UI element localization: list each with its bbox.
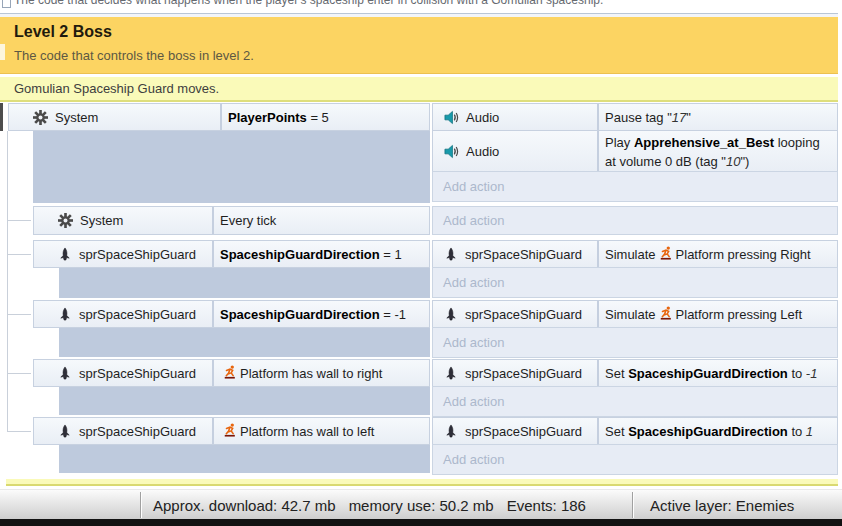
- tree-connector: [7, 220, 31, 221]
- object-name: sprSpaceShipGuard: [465, 424, 582, 439]
- condition-text: SpaceshipGuardDirection = -1: [214, 301, 429, 327]
- spaceship-sprite-icon: [444, 366, 458, 381]
- event4-add-action-link[interactable]: Add action: [432, 327, 838, 358]
- event1-add-action-link[interactable]: Add action: [432, 171, 838, 202]
- event3-condition-direction1[interactable]: sprSpaceShipGuard SpaceshipGuardDirectio…: [33, 240, 430, 268]
- platform-behavior-icon: [223, 423, 237, 440]
- object-name: sprSpaceShipGuard: [465, 247, 582, 262]
- condition-text: SpaceshipGuardDirection = 1: [214, 241, 429, 267]
- comment-row-guard-moves[interactable]: Gomulian Spaceship Guard moves.: [0, 77, 838, 102]
- status-bar: Approx. download: 42.7 mb memory use: 50…: [0, 489, 842, 519]
- bottom-edge: [0, 519, 842, 526]
- event5-add-action-link[interactable]: Add action: [432, 386, 838, 417]
- event-count: Events: 186: [507, 497, 586, 514]
- platform-behavior-icon: [659, 306, 673, 323]
- system-gear-icon: [33, 110, 48, 125]
- statusbar-separator: [632, 492, 633, 518]
- event4-action-simulate-left[interactable]: sprSpaceShipGuard Simulate Platform pres…: [432, 300, 838, 328]
- system-gear-icon: [58, 213, 73, 228]
- action-text: Play Apprehensive_at_Best looping at vol…: [599, 131, 837, 171]
- spaceship-sprite-icon: [444, 307, 458, 322]
- event-sheet-view: The code that decides what happens when …: [0, 0, 842, 526]
- comment-row-partial-bottom[interactable]: [6, 479, 838, 486]
- object-name: sprSpaceShipGuard: [79, 247, 196, 262]
- spaceship-sprite-icon: [58, 307, 72, 322]
- object-name: sprSpaceShipGuard: [79, 366, 196, 381]
- condition-text: Every tick: [214, 207, 429, 234]
- event4-condition-direction-neg1[interactable]: sprSpaceShipGuard SpaceshipGuardDirectio…: [33, 300, 430, 328]
- memory-use: memory use: 50.2 mb: [349, 497, 494, 514]
- audio-speaker-icon: [444, 110, 459, 125]
- platform-behavior-icon: [223, 365, 237, 382]
- audio-speaker-icon: [444, 144, 459, 159]
- tree-connector: [7, 314, 31, 315]
- object-name: Audio: [466, 144, 499, 159]
- object-name: sprSpaceShipGuard: [79, 307, 196, 322]
- comment-text: Gomulian Spaceship Guard moves.: [14, 81, 219, 96]
- statusbar-stats: Approx. download: 42.7 mb memory use: 50…: [153, 490, 586, 520]
- condition-text: Platform has wall to left: [214, 418, 429, 444]
- statusbar-separator: [140, 492, 141, 518]
- spaceship-sprite-icon: [444, 247, 458, 262]
- tree-connector: [7, 373, 31, 374]
- comment-bracket-icon: [2, 0, 11, 8]
- event1-action-pause-audio[interactable]: Audio Pause tag "17": [432, 103, 838, 131]
- event3-action-simulate-right[interactable]: sprSpaceShipGuard Simulate Platform pres…: [432, 240, 838, 268]
- action-text: Set SpaceshipGuardDirection to 1: [599, 418, 837, 444]
- event1-condition-playerpoints[interactable]: System PlayerPoints = 5: [8, 103, 430, 131]
- event2-add-action-link[interactable]: Add action: [432, 206, 838, 235]
- action-text: Set SpaceshipGuardDirection to -1: [599, 360, 837, 386]
- active-layer: Active layer: Enemies: [650, 490, 794, 520]
- condition-text: PlayerPoints = 5: [222, 104, 429, 130]
- download-size: Approx. download: 42.7 mb: [153, 497, 336, 514]
- action-text: Simulate Platform pressing Left: [599, 301, 837, 327]
- comment-row-partial[interactable]: The code that decides what happens when …: [0, 0, 838, 14]
- object-name: System: [55, 110, 98, 125]
- comment-text: The code that decides what happens when …: [14, 0, 603, 7]
- event3-body: [59, 268, 430, 298]
- group-title: Level 2 Boss: [14, 23, 112, 41]
- object-name: sprSpaceShipGuard: [465, 307, 582, 322]
- object-name: System: [80, 213, 123, 228]
- group-subtitle: The code that controls the boss in level…: [14, 48, 254, 63]
- event5-condition-wall-right[interactable]: sprSpaceShipGuard Platform has wall to r…: [33, 359, 430, 387]
- spaceship-sprite-icon: [58, 424, 72, 439]
- spaceship-sprite-icon: [58, 366, 72, 381]
- event-margin-marker: [0, 103, 3, 131]
- event1-action-play-audio[interactable]: Audio Play Apprehensive_at_Best looping …: [432, 130, 838, 172]
- spaceship-sprite-icon: [58, 247, 72, 262]
- tree-connector: [7, 431, 31, 432]
- spaceship-sprite-icon: [444, 424, 458, 439]
- group-collapse-icon[interactable]: [0, 44, 5, 60]
- event3-add-action-link[interactable]: Add action: [432, 267, 838, 298]
- group-header-level2boss[interactable]: Level 2 Boss The code that controls the …: [0, 17, 838, 74]
- platform-behavior-icon: [659, 246, 673, 263]
- tree-connector: [7, 131, 8, 431]
- object-name: Audio: [466, 110, 499, 125]
- object-name: sprSpaceShipGuard: [465, 366, 582, 381]
- event5-action-set-direction[interactable]: sprSpaceShipGuard Set SpaceshipGuardDire…: [432, 359, 838, 387]
- object-name: sprSpaceShipGuard: [79, 424, 196, 439]
- event2-condition-everytick[interactable]: System Every tick: [33, 206, 430, 235]
- event1-body: [33, 131, 430, 203]
- event6-action-set-direction[interactable]: sprSpaceShipGuard Set SpaceshipGuardDire…: [432, 417, 838, 445]
- event6-add-action-link[interactable]: Add action: [432, 444, 838, 475]
- event4-body: [59, 328, 430, 357]
- action-text: Pause tag "17": [599, 104, 837, 130]
- tree-connector: [7, 254, 31, 255]
- condition-text: Platform has wall to right: [214, 360, 429, 386]
- event5-body: [59, 387, 430, 415]
- event6-body: [59, 445, 430, 473]
- action-text: Simulate Platform pressing Right: [599, 241, 837, 267]
- event6-condition-wall-left[interactable]: sprSpaceShipGuard Platform has wall to l…: [33, 417, 430, 445]
